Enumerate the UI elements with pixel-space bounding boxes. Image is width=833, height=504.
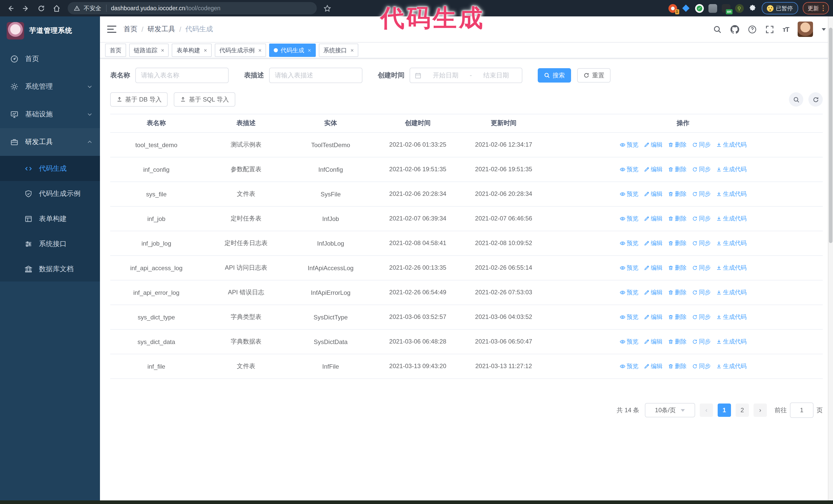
delete-link[interactable]: 删除 [668,190,687,198]
edit-link[interactable]: 编辑 [644,141,663,149]
paused-badge[interactable]: 已暂停 [761,2,798,14]
delete-link[interactable]: 删除 [668,338,687,345]
start-date-placeholder[interactable]: 开始日期 [425,71,467,80]
update-button[interactable]: 更新 [803,2,829,14]
user-avatar[interactable] [798,22,813,37]
extension-diamond-icon[interactable] [682,4,690,13]
tab-2[interactable]: 表单构建× [172,44,212,57]
table-row[interactable]: inf_file文件表InfFile2021-03-13 09:43:20202… [110,354,823,379]
browser-forward-icon[interactable] [20,2,32,14]
generate-code-link[interactable]: 生成代码 [716,215,747,222]
extensions-puzzle-icon[interactable] [748,4,757,13]
tab-3[interactable]: 代码生成示例× [215,44,266,57]
hamburger-icon[interactable] [107,26,116,33]
table-row[interactable]: inf_api_error_logAPI 错误日志InfApiErrorLog2… [110,280,823,305]
delete-link[interactable]: 删除 [668,141,687,149]
preview-link[interactable]: 预览 [619,338,639,345]
close-icon[interactable]: × [161,47,164,53]
table-row[interactable]: sys_file文件表SysFile2021-02-06 20:28:34202… [110,182,823,207]
table-row[interactable]: sys_dict_data字典数据表SysDictData2021-03-06 … [110,330,823,354]
preview-link[interactable]: 预览 [619,215,639,222]
extension-check-icon[interactable]: ✓ [695,4,704,13]
delete-link[interactable]: 删除 [668,215,687,222]
end-date-placeholder[interactable]: 结束日期 [475,71,517,80]
search-icon[interactable] [713,25,721,33]
edit-link[interactable]: 编辑 [644,362,663,370]
goto-page-input[interactable] [790,403,813,418]
extension-grid-icon[interactable] [708,4,717,13]
generate-code-link[interactable]: 生成代码 [716,264,747,272]
preview-link[interactable]: 预览 [619,362,639,370]
github-icon[interactable] [730,25,739,33]
generate-code-link[interactable]: 生成代码 [716,239,747,247]
address-bar[interactable]: 不安全 dashboard.yudao.iocoder.cn/tool/code… [68,2,317,14]
sidebar-subitem-3[interactable]: 系统接口 [0,231,100,256]
preview-link[interactable]: 预览 [619,313,639,321]
sidebar-subitem-0[interactable]: 代码生成 [0,156,100,181]
generate-code-link[interactable]: 生成代码 [716,289,747,296]
sync-link[interactable]: 同步 [692,338,711,345]
table-row[interactable]: inf_config参数配置表InfConfig2021-02-06 19:51… [110,157,823,182]
sync-link[interactable]: 同步 [692,313,711,321]
sync-link[interactable]: 同步 [692,289,711,296]
table-row[interactable]: tool_test_demo测试示例表ToolTestDemo2021-02-0… [110,133,823,157]
page-button-1[interactable]: 1 [718,404,731,417]
edit-link[interactable]: 编辑 [644,338,663,345]
sidebar-subitem-1[interactable]: 代码生成示例 [0,181,100,206]
extension-orange-icon[interactable]: 1 [668,4,677,13]
delete-link[interactable]: 删除 [668,239,687,247]
breadcrumb-home[interactable]: 首页 [123,25,137,34]
sync-link[interactable]: 同步 [692,362,711,370]
edit-link[interactable]: 编辑 [644,313,663,321]
table-row[interactable]: inf_job_log定时任务日志表InfJobLog2021-02-08 04… [110,231,823,256]
table-row[interactable]: inf_api_access_logAPI 访问日志表InfApiAccessL… [110,256,823,280]
sidebar-item-3[interactable]: 研发工具 [0,128,100,156]
extension-proxy-icon[interactable]: on [721,4,730,13]
edit-link[interactable]: 编辑 [644,190,663,198]
generate-code-link[interactable]: 生成代码 [716,166,747,173]
sidebar-subitem-4[interactable]: 数据库文档 [0,256,100,282]
search-button[interactable]: 搜索 [538,68,571,82]
preview-link[interactable]: 预览 [619,264,639,272]
table-desc-input[interactable] [269,68,362,83]
edit-link[interactable]: 编辑 [644,166,663,173]
import-sql-button[interactable]: 基于 SQL 导入 [174,92,235,106]
fullscreen-icon[interactable] [765,25,774,33]
preview-link[interactable]: 预览 [619,166,639,173]
edit-link[interactable]: 编辑 [644,289,663,296]
browser-home-icon[interactable] [50,2,63,14]
tab-5[interactable]: 系统接口× [319,44,359,57]
browser-back-icon[interactable] [4,2,17,14]
generate-code-link[interactable]: 生成代码 [716,190,747,198]
tab-0[interactable]: 首页 [105,44,126,57]
sidebar-item-0[interactable]: 首页 [0,45,100,73]
generate-code-link[interactable]: 生成代码 [716,362,747,370]
close-icon[interactable]: × [351,47,354,53]
delete-link[interactable]: 删除 [668,166,687,173]
preview-link[interactable]: 预览 [619,239,639,247]
tab-1[interactable]: 链路追踪× [129,44,169,57]
avatar-caret-icon[interactable] [822,28,826,32]
generate-code-link[interactable]: 生成代码 [716,313,747,321]
edit-link[interactable]: 编辑 [644,264,663,272]
sidebar-item-1[interactable]: 系统管理 [0,73,100,100]
sync-link[interactable]: 同步 [692,190,711,198]
delete-link[interactable]: 删除 [668,362,687,370]
tab-4[interactable]: 代码生成× [269,44,316,57]
menu-dots-icon[interactable] [823,5,824,11]
sync-link[interactable]: 同步 [692,215,711,222]
reset-button[interactable]: 重置 [577,68,611,82]
sidebar-logo[interactable]: 芋道管理系统 [0,17,100,45]
preview-link[interactable]: 预览 [619,190,639,198]
prev-page-button[interactable]: ‹ [700,404,713,417]
close-icon[interactable]: × [204,47,207,53]
page-scrollbar[interactable] [828,17,833,500]
table-row[interactable]: inf_job定时任务表InfJob2021-02-07 06:39:34202… [110,207,823,231]
scrollbar-thumb[interactable] [829,28,832,243]
preview-link[interactable]: 预览 [619,141,639,149]
extension-key-icon[interactable]: ⚲ [735,4,743,13]
font-size-icon[interactable]: тT [783,25,789,33]
close-icon[interactable]: × [308,47,311,53]
close-icon[interactable]: × [258,47,262,53]
page-size-select[interactable]: 10条/页 [645,403,695,417]
